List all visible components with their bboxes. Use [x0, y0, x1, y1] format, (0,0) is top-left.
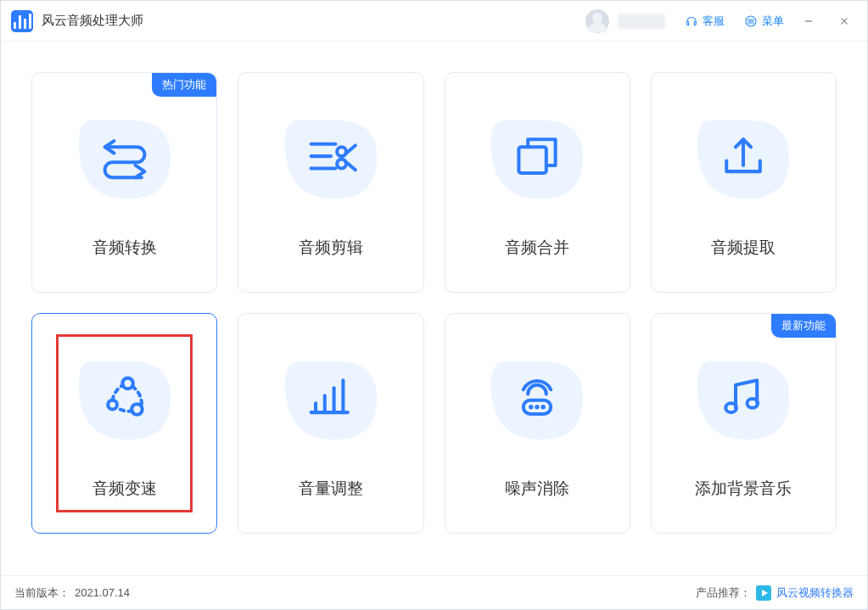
card-audio-extract[interactable]: 音频提取 — [651, 72, 837, 293]
svg-rect-3 — [519, 147, 546, 173]
svg-point-12 — [748, 399, 759, 408]
extract-icon — [713, 130, 774, 184]
svg-point-9 — [535, 405, 539, 409]
card-label: 音频转换 — [92, 237, 157, 259]
svg-point-10 — [541, 405, 546, 409]
footer: 当前版本： 2021.07.14 产品推荐： 风云视频转换器 — [1, 575, 867, 609]
card-label: 音频变速 — [92, 478, 157, 500]
svg-point-6 — [132, 404, 143, 415]
customer-service-link[interactable]: 客服 — [684, 14, 725, 29]
version-value: 2021.07.14 — [75, 586, 130, 599]
close-button[interactable] — [833, 10, 855, 32]
recommend-product-link[interactable]: 风云视频转换器 — [756, 585, 854, 601]
speed-icon — [94, 371, 155, 425]
card-label: 音频合并 — [505, 237, 569, 259]
card-audio-merge[interactable]: 音频合并 — [445, 72, 630, 293]
svg-point-8 — [529, 405, 533, 409]
volume-icon — [300, 371, 361, 425]
headset-icon — [684, 14, 699, 29]
card-denoise[interactable]: 噪声消除 — [445, 313, 630, 534]
card-label: 音量调整 — [299, 478, 363, 500]
card-volume-adjust[interactable]: 音量调整 — [238, 313, 423, 534]
card-audio-speed[interactable]: 音频变速 — [31, 313, 217, 534]
app-title: 风云音频处理大师 — [42, 13, 143, 29]
convert-icon — [94, 130, 155, 184]
app-logo — [11, 10, 33, 32]
feature-grid: 热门功能 音频转换 — [1, 42, 867, 575]
recommend-product-name: 风云视频转换器 — [776, 585, 854, 601]
app-window: 风云音频处理大师 客服 菜单 热门功能 — [0, 0, 868, 610]
bgmusic-icon — [713, 371, 774, 425]
card-audio-cut[interactable]: 音频剪辑 — [238, 72, 423, 293]
menu-icon — [743, 14, 759, 29]
user-avatar-icon[interactable] — [585, 9, 609, 33]
titlebar: 风云音频处理大师 客服 菜单 — [1, 1, 867, 42]
card-label: 添加背景音乐 — [695, 478, 792, 500]
minimize-button[interactable] — [798, 10, 820, 32]
badge-hot: 热门功能 — [152, 73, 216, 97]
recommend-label: 产品推荐： — [696, 585, 751, 601]
menu-link[interactable]: 菜单 — [743, 14, 784, 29]
card-audio-convert[interactable]: 热门功能 音频转换 — [31, 72, 217, 293]
card-bg-music[interactable]: 最新功能 添加背景音乐 — [651, 313, 837, 534]
customer-service-label: 客服 — [703, 14, 725, 29]
cut-icon — [300, 130, 361, 184]
card-label: 音频剪辑 — [299, 237, 363, 259]
menu-label: 菜单 — [762, 14, 784, 29]
recommend-product-icon — [756, 585, 771, 601]
badge-new: 最新功能 — [771, 314, 836, 338]
denoise-icon — [507, 371, 568, 425]
svg-point-11 — [726, 403, 737, 412]
merge-icon — [507, 130, 568, 184]
version-label: 当前版本： — [14, 585, 70, 601]
user-name-blurred — [618, 14, 665, 29]
card-label: 噪声消除 — [505, 478, 569, 500]
card-label: 音频提取 — [711, 237, 776, 259]
